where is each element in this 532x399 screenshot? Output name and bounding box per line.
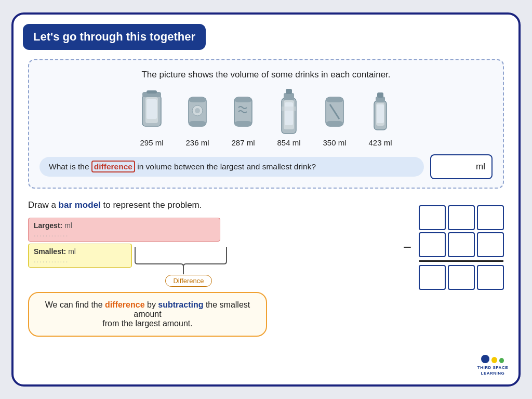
answer-unit: ml [476, 162, 485, 172]
info-subtract-word: subtracting [158, 300, 203, 309]
svg-rect-21 [326, 121, 343, 126]
svg-rect-15 [285, 102, 293, 125]
logo-text: THIRD SPACELEARNING [477, 365, 508, 376]
bottom-row: Draw a bar model to represent the proble… [28, 200, 504, 337]
logo-circle-green [499, 358, 504, 363]
bar-model-diagram: Largest: ml ............ Smallest: ml ..… [28, 218, 388, 287]
smallest-label: Smallest: [34, 247, 66, 256]
grid-area: − [400, 205, 504, 290]
svg-rect-11 [234, 97, 252, 102]
container-6: 423 ml [365, 88, 396, 147]
header-title: Let's go through this together [33, 30, 195, 43]
minus-sign: − [400, 239, 415, 256]
grid-row-1 [419, 205, 504, 230]
svg-rect-27 [377, 92, 383, 98]
largest-dots: ............ [34, 230, 69, 238]
question-highlight: difference [91, 161, 135, 172]
bottom-left: Draw a bar model to represent the proble… [28, 200, 388, 337]
container-img-6 [365, 88, 396, 135]
grid-cell-2-2[interactable] [448, 232, 475, 257]
containers-row: 295 ml 236 ml [39, 88, 493, 147]
grid-cell-1-1[interactable] [419, 205, 446, 230]
problem-box: The picture shows the volume of some dri… [28, 59, 504, 189]
container-img-5 [319, 88, 350, 135]
smallest-dots: ............ [34, 256, 69, 264]
largest-unit: ml [64, 221, 72, 230]
svg-rect-6 [189, 97, 206, 102]
logo-circle-blue [481, 355, 489, 363]
grid-cell-2-3[interactable] [477, 232, 504, 257]
container-1: 295 ml [136, 88, 167, 147]
svg-rect-7 [189, 121, 206, 126]
container-label-1: 295 ml [140, 138, 163, 147]
grid-cell-1-3[interactable] [477, 205, 504, 230]
grid-row-2 [419, 232, 504, 257]
svg-rect-20 [326, 97, 343, 102]
bar-smallest: Smallest: ml ............ [28, 244, 132, 268]
grid-row-3 [419, 265, 504, 290]
container-img-3 [228, 88, 259, 135]
container-3: 287 ml [228, 88, 259, 147]
svg-rect-4 [147, 90, 157, 94]
answer-box[interactable]: ml [430, 154, 493, 179]
largest-label: Largest: [34, 221, 62, 230]
svg-rect-16 [284, 93, 294, 100]
container-img-4 [273, 88, 304, 135]
main-card: Let's go through this together The pictu… [11, 12, 521, 387]
info-diff-word: difference [105, 300, 144, 309]
svg-rect-2 [147, 99, 157, 119]
container-img-1 [136, 88, 167, 135]
main-content: The picture shows the volume of some dri… [14, 50, 518, 351]
info-box: We can find the difference by subtractin… [28, 292, 267, 337]
question-suffix: in volume between the largest and smalle… [135, 162, 316, 171]
grid-cell-2-1[interactable] [419, 232, 446, 257]
container-4: 854 ml [273, 88, 304, 147]
svg-point-9 [195, 108, 200, 113]
draw-highlight: bar model [59, 200, 101, 210]
container-5: 350 ml [319, 88, 350, 147]
grid-cell-1-2[interactable] [448, 205, 475, 230]
container-label-2: 236 ml [185, 138, 209, 147]
container-label-5: 350 ml [323, 138, 346, 147]
draw-prefix: Draw a [28, 200, 59, 210]
logo-circle-yellow [491, 357, 497, 363]
draw-suffix: to represent the problem. [101, 200, 202, 210]
question-bubble: What is the difference in volume between… [39, 157, 424, 177]
question-row: What is the difference in volume between… [39, 154, 493, 179]
logo-area: THIRD SPACELEARNING [477, 348, 508, 376]
grid-cell-3-3[interactable] [477, 265, 504, 290]
grid-cell-3-2[interactable] [448, 265, 475, 290]
grid-container [419, 205, 504, 290]
info-prefix: We can find the [45, 300, 105, 309]
bar-largest: Largest: ml ............ [28, 218, 220, 242]
container-label-6: 423 ml [368, 138, 392, 147]
grid-cell-3-1[interactable] [419, 265, 446, 290]
container-label-4: 854 ml [277, 138, 300, 147]
smallest-unit: ml [68, 247, 76, 256]
draw-label: Draw a bar model to represent the proble… [28, 200, 388, 210]
svg-rect-17 [286, 89, 292, 94]
header-bar: Let's go through this together [23, 24, 206, 50]
logo-icon [481, 348, 504, 363]
svg-rect-12 [234, 121, 252, 126]
container-img-2 [182, 88, 213, 135]
svg-rect-25 [377, 104, 384, 123]
svg-rect-18 [282, 107, 296, 111]
info-mid: by [145, 300, 158, 309]
question-prefix: What is the [49, 162, 91, 171]
container-label-3: 287 ml [231, 138, 255, 147]
grid-divider [419, 260, 503, 262]
difference-label: Difference [165, 275, 211, 287]
problem-description: The picture shows the volume of some dri… [39, 70, 493, 80]
container-2: 236 ml [182, 88, 213, 147]
